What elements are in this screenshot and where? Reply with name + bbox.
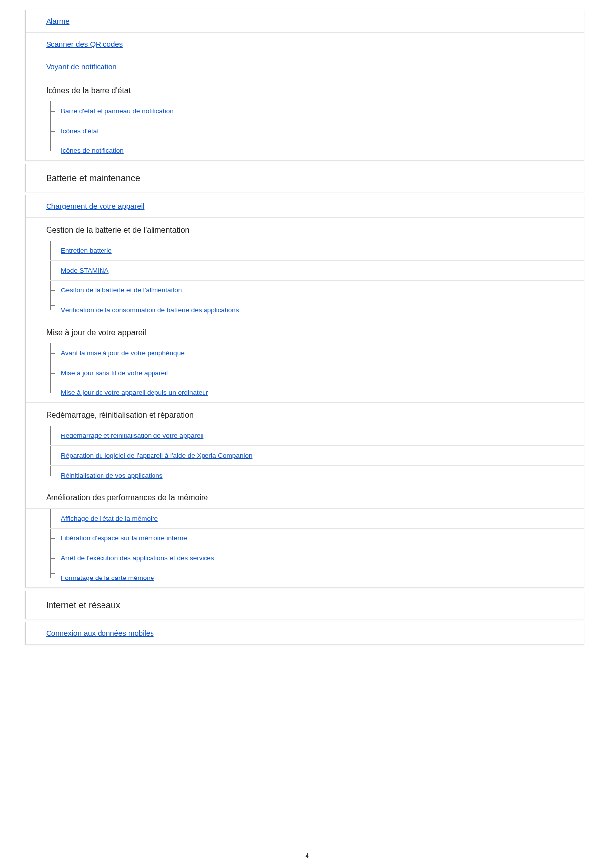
tree-icon <box>50 548 57 568</box>
toc-link[interactable]: Connexion aux données mobiles <box>46 629 154 637</box>
toc-link-row[interactable]: Voyant de notification <box>26 55 584 78</box>
toc-sub-links: Barre d'état et panneau de notification … <box>26 101 584 160</box>
toc-sub-row[interactable]: Gestion de la batterie et de l'alimentat… <box>50 281 584 300</box>
tree-icon <box>50 568 57 578</box>
tree-icon <box>50 466 57 476</box>
toc-link[interactable]: Avant la mise à jour de votre périphériq… <box>61 349 185 357</box>
toc-link[interactable]: Affichage de l'état de la mémoire <box>61 515 158 522</box>
toc-link[interactable]: Réinitialisation de vos applications <box>61 472 163 479</box>
toc-link[interactable]: Voyant de notification <box>46 62 117 71</box>
toc-sub-row[interactable]: Icônes d'état <box>50 121 584 141</box>
toc-link[interactable]: Arrêt de l'exécution des applications et… <box>61 554 214 562</box>
toc-link[interactable]: Icônes d'état <box>61 127 99 135</box>
toc-link-row[interactable]: Alarme <box>26 10 584 33</box>
toc-link-row[interactable]: Connexion aux données mobiles <box>26 622 584 644</box>
toc-group-title: Amélioration des performances de la mémo… <box>26 485 584 509</box>
toc-card-top: Alarme Scanner des QR codes Voyant de no… <box>25 10 584 161</box>
section-title: Internet et réseaux <box>26 591 584 619</box>
toc-link[interactable]: Vérification de la consommation de batte… <box>61 306 239 314</box>
toc-sub-links: Affichage de l'état de la mémoire Libéra… <box>26 509 584 587</box>
toc-link[interactable]: Libération d'espace sur la mémoire inter… <box>61 534 187 542</box>
toc-group-title: Icônes de la barre d'état <box>26 78 584 101</box>
toc-sub-row[interactable]: Arrêt de l'exécution des applications et… <box>50 548 584 568</box>
tree-icon <box>50 383 57 393</box>
tree-icon <box>50 509 57 528</box>
toc-link[interactable]: Icônes de notification <box>61 147 124 154</box>
section-title: Batterie et maintenance <box>26 164 584 192</box>
toc-card-battery-content: Chargement de votre appareil Gestion de … <box>25 195 584 588</box>
toc-card-battery: Batterie et maintenance <box>25 164 584 192</box>
toc-link[interactable]: Mode STAMINA <box>61 267 109 274</box>
toc-sub-row[interactable]: Entretien batterie <box>50 241 584 261</box>
tree-icon <box>50 101 57 121</box>
toc-sub-links: Entretien batterie Mode STAMINA Gestion … <box>26 241 584 320</box>
toc-sub-links: Redémarrage et réinitialisation de votre… <box>26 426 584 485</box>
toc-link[interactable]: Barre d'état et panneau de notification <box>61 107 174 115</box>
toc-link[interactable]: Réparation du logiciel de l'appareil à l… <box>61 452 252 459</box>
toc-link[interactable]: Redémarrage et réinitialisation de votre… <box>61 432 203 439</box>
tree-icon <box>50 281 57 300</box>
toc-group-title: Gestion de la batterie et de l'alimentat… <box>26 218 584 241</box>
toc-card-internet: Internet et réseaux <box>25 591 584 619</box>
toc-group-title: Mise à jour de votre appareil <box>26 320 584 343</box>
toc-sub-row[interactable]: Icônes de notification <box>50 141 584 160</box>
toc-link[interactable]: Alarme <box>46 17 70 25</box>
tree-icon <box>50 529 57 548</box>
toc-sub-row[interactable]: Mise à jour de votre appareil depuis un … <box>50 383 584 402</box>
toc-sub-row[interactable]: Mode STAMINA <box>50 261 584 281</box>
toc-card-internet-content: Connexion aux données mobiles <box>25 622 584 645</box>
toc-link-row[interactable]: Scanner des QR codes <box>26 33 584 55</box>
toc-sub-row[interactable]: Formatage de la carte mémoire <box>50 568 584 587</box>
tree-icon <box>50 426 57 445</box>
toc-link[interactable]: Formatage de la carte mémoire <box>61 574 154 581</box>
toc-sub-row[interactable]: Mise à jour sans fil de votre appareil <box>50 363 584 383</box>
toc-sub-row[interactable]: Réparation du logiciel de l'appareil à l… <box>50 446 584 466</box>
tree-icon <box>50 241 57 260</box>
toc-link[interactable]: Chargement de votre appareil <box>46 202 144 210</box>
toc-sub-row[interactable]: Libération d'espace sur la mémoire inter… <box>50 529 584 548</box>
toc-sub-row[interactable]: Réinitialisation de vos applications <box>50 466 584 485</box>
toc-link-row[interactable]: Chargement de votre appareil <box>26 195 584 218</box>
toc-link[interactable]: Entretien batterie <box>61 247 112 254</box>
tree-icon <box>50 446 57 465</box>
toc-group-title: Redémarrage, réinitialisation et réparat… <box>26 402 584 426</box>
tree-icon <box>50 261 57 280</box>
tree-icon <box>50 121 57 141</box>
toc-sub-row[interactable]: Barre d'état et panneau de notification <box>50 101 584 121</box>
toc-link[interactable]: Gestion de la batterie et de l'alimentat… <box>61 287 182 294</box>
tree-icon <box>50 141 57 151</box>
toc-sub-row[interactable]: Redémarrage et réinitialisation de votre… <box>50 426 584 446</box>
tree-icon <box>50 343 57 363</box>
toc-sub-row[interactable]: Vérification de la consommation de batte… <box>50 300 584 320</box>
toc-link[interactable]: Mise à jour sans fil de votre appareil <box>61 369 168 377</box>
tree-icon <box>50 363 57 383</box>
toc-link[interactable]: Scanner des QR codes <box>46 40 123 48</box>
toc-sub-row[interactable]: Affichage de l'état de la mémoire <box>50 509 584 529</box>
tree-icon <box>50 300 57 310</box>
toc-sub-links: Avant la mise à jour de votre périphériq… <box>26 343 584 402</box>
page-number: 4 <box>0 852 614 859</box>
toc-link[interactable]: Mise à jour de votre appareil depuis un … <box>61 389 208 396</box>
toc-sub-row[interactable]: Avant la mise à jour de votre périphériq… <box>50 343 584 363</box>
